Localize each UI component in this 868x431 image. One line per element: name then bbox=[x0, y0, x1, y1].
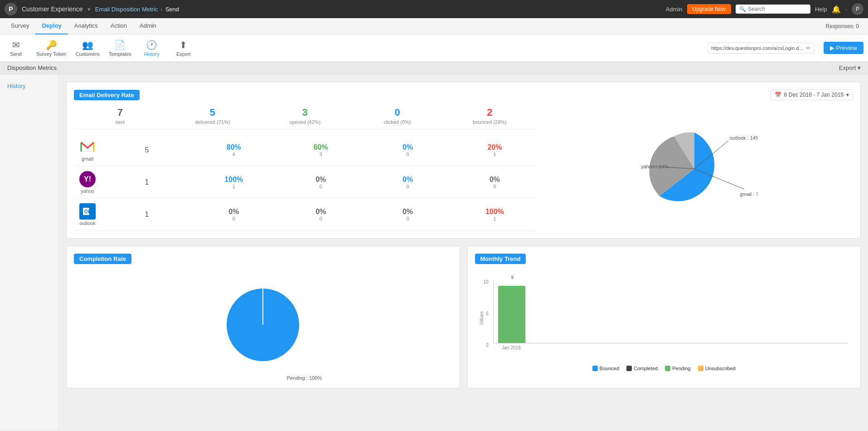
history-icon: 🕐 bbox=[146, 39, 157, 50]
tab-action[interactable]: Action bbox=[104, 18, 133, 34]
chart-body: 9 Jan 2019 bbox=[493, 275, 849, 350]
gmail-clicked: 0% 0 bbox=[367, 143, 449, 157]
monthly-trend-title: Monthly Trend bbox=[475, 254, 526, 264]
svg-rect-3 bbox=[88, 210, 92, 213]
toolbar: ✉ Send 🔑 Survey Token 👥 Customers 📄 Temp… bbox=[0, 34, 868, 62]
sidebar: History bbox=[0, 74, 59, 429]
tab-survey[interactable]: Survey bbox=[5, 18, 35, 34]
legend-bounced: Bounced bbox=[592, 366, 619, 371]
gmail-provider-info: gmail bbox=[74, 139, 101, 162]
yahoo-clicked: 0% 0 bbox=[367, 176, 449, 189]
breadcrumb-current: Send bbox=[165, 6, 179, 13]
tab-admin[interactable]: Admin bbox=[133, 18, 163, 34]
admin-link[interactable]: Admin bbox=[666, 6, 683, 13]
avatar[interactable]: P bbox=[852, 3, 863, 15]
upgrade-button[interactable]: Upgrade Now bbox=[687, 4, 731, 14]
survey-token-label: Survey Token bbox=[36, 51, 66, 57]
bounced-label: Bounced bbox=[600, 366, 619, 371]
gmail-delivered-val: 4 bbox=[193, 152, 275, 157]
outlook-clicked-pct: 0% bbox=[367, 208, 449, 216]
preview-label: Preview bbox=[836, 44, 857, 51]
monthly-trend-card: Monthly Trend 10 5 0 Values bbox=[467, 246, 861, 388]
delivery-rate-title: Email Delivery Rate bbox=[74, 90, 140, 100]
opened-value: 3 bbox=[259, 107, 351, 118]
gmail-delivered: 80% 4 bbox=[193, 143, 275, 157]
yahoo-opened-val: 0 bbox=[280, 184, 362, 189]
outlook-bounced-val: 1 bbox=[454, 216, 536, 221]
delivered-label: delivered (71%) bbox=[166, 119, 259, 125]
completed-dot bbox=[626, 366, 632, 371]
tab-deploy[interactable]: Deploy bbox=[35, 18, 68, 34]
outlook-delivered-pct: 0% bbox=[193, 208, 275, 216]
export-icon: ⬆ bbox=[179, 39, 187, 50]
yahoo-opened: 0% 0 bbox=[280, 176, 362, 189]
bar-container bbox=[493, 280, 849, 343]
sidebar-item-history[interactable]: History bbox=[0, 79, 58, 93]
search-icon: 🔍 bbox=[739, 6, 746, 12]
search-box: 🔍 bbox=[736, 5, 810, 14]
chart-legend: Bounced Completed Pending Unsubscri bbox=[480, 366, 849, 371]
search-input[interactable] bbox=[748, 6, 807, 12]
outlook-name: outlook bbox=[79, 220, 95, 226]
toolbar-send[interactable]: ✉ Send bbox=[5, 39, 27, 57]
completed-label: Completed bbox=[634, 366, 658, 371]
export-label: Export bbox=[176, 51, 191, 57]
gmail-delivered-pct: 80% bbox=[193, 143, 275, 152]
stat-delivered: 5 delivered (71%) bbox=[166, 107, 259, 125]
notification-bell-icon[interactable]: 🔔 bbox=[832, 5, 841, 14]
delivered-value: 5 bbox=[166, 107, 259, 118]
customers-label: Customers bbox=[75, 51, 99, 57]
help-link[interactable]: Help bbox=[815, 6, 827, 13]
clicked-value: 0 bbox=[351, 107, 444, 118]
gmail-opened-val: 3 bbox=[280, 152, 362, 157]
templates-icon: 📄 bbox=[114, 39, 126, 50]
sent-label: sent bbox=[74, 119, 166, 125]
top-bar: P Customer Experience ▾ Email Dispositio… bbox=[0, 0, 868, 18]
page-title: Disposition Metrics bbox=[7, 64, 57, 71]
export-top-button[interactable]: Export ▾ bbox=[839, 64, 861, 71]
bounced-label: bounced (28%) bbox=[444, 119, 536, 125]
send-icon: ✉ bbox=[12, 39, 20, 50]
outlook-icon: O bbox=[79, 203, 96, 220]
y-title: Values bbox=[479, 311, 484, 325]
provider-row-gmail: gmail 5 80% 4 60% 3 0% 0 bbox=[74, 134, 536, 167]
completion-rate-title: Completion Rate bbox=[74, 254, 131, 264]
date-range-picker[interactable]: 📅 8 Dec 2018 - 7 Jan 2019 ▾ bbox=[771, 89, 853, 100]
breadcrumb-metric[interactable]: Email Disposition Metric bbox=[95, 6, 158, 13]
calendar-icon: 📅 bbox=[775, 92, 781, 98]
bottom-row: Completion Rate Pending : 100% Monthly T… bbox=[66, 246, 861, 396]
preview-icon: ▶ bbox=[830, 44, 834, 51]
nav-tabs: Survey Deploy Analytics Action Admin Res… bbox=[0, 18, 868, 34]
completion-rate-header: Completion Rate bbox=[74, 254, 452, 264]
gmail-name: gmail bbox=[82, 156, 93, 162]
y-max: 10 bbox=[480, 279, 489, 284]
send-label: Send bbox=[10, 51, 22, 57]
yahoo-delivered-pct: 100% bbox=[193, 176, 275, 184]
gmail-bounced: 20% 1 bbox=[454, 143, 536, 157]
chevron-down-icon: ▾ bbox=[846, 92, 849, 98]
toolbar-templates[interactable]: 📄 Templates bbox=[109, 39, 131, 57]
unsubscribed-dot bbox=[698, 366, 703, 371]
svg-text:O: O bbox=[84, 209, 88, 214]
pie-svg: outlook : 14% yahoo : 14% gmail : 71% bbox=[640, 123, 758, 214]
edit-icon[interactable]: ✏ bbox=[806, 45, 810, 51]
yahoo-name: yahoo bbox=[81, 188, 94, 194]
tab-analytics[interactable]: Analytics bbox=[68, 18, 104, 34]
gmail-bounced-val: 1 bbox=[454, 152, 536, 157]
toolbar-export[interactable]: ⬆ Export bbox=[172, 39, 195, 57]
stat-sent: 7 sent bbox=[74, 107, 166, 125]
toolbar-history[interactable]: 🕐 History bbox=[141, 39, 163, 57]
delivery-content: 7 sent 5 delivered (71%) 3 opened (42%) bbox=[74, 107, 853, 231]
url-text: https://dev.questionpro.com/a/cxLogin.d.… bbox=[711, 45, 803, 51]
toolbar-customers[interactable]: 👥 Customers bbox=[75, 39, 99, 57]
delivery-pie-chart: outlook : 14% yahoo : 14% gmail : 71% bbox=[545, 107, 853, 231]
templates-label: Templates bbox=[109, 51, 131, 57]
gmail-clicked-pct: 0% bbox=[367, 143, 449, 152]
outlook-label: outlook : 14% bbox=[730, 135, 758, 141]
history-label: History bbox=[144, 51, 160, 57]
preview-button[interactable]: ▶ Preview bbox=[824, 42, 863, 54]
yahoo-opened-pct: 0% bbox=[280, 176, 362, 184]
outlook-clicked-val: 0 bbox=[367, 216, 449, 221]
toolbar-survey-token[interactable]: 🔑 Survey Token bbox=[36, 39, 66, 57]
legend-unsubscribed: Unsubscribed bbox=[698, 366, 736, 371]
